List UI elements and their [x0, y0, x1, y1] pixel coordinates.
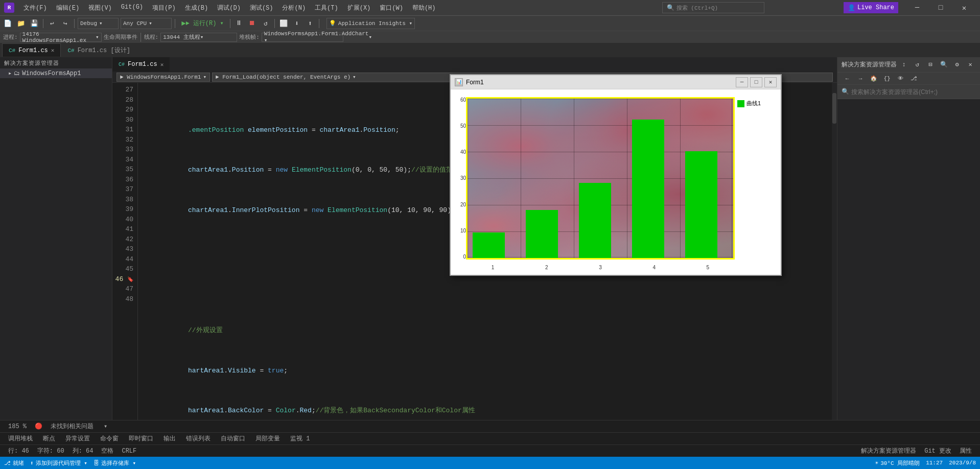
- error-list-tab[interactable]: 错误列表: [182, 433, 215, 444]
- git-icon: ⎇: [4, 460, 11, 466]
- immediate-tab[interactable]: 即时窗口: [125, 433, 157, 444]
- undo-btn[interactable]: ↩: [46, 18, 58, 29]
- restart-btn[interactable]: ↺: [260, 18, 271, 29]
- breakpoints-tab[interactable]: 断点: [39, 433, 59, 444]
- class-dropdown[interactable]: ► WindowsFormsApp1.Form1 ▾: [116, 73, 210, 82]
- explorer-project[interactable]: ▸ 🗂 WindowsFormsApp1: [0, 68, 112, 78]
- solution-search-icon: 🔍: [842, 88, 849, 96]
- legend-color: [737, 100, 744, 107]
- step-into-btn[interactable]: ⬇: [291, 18, 302, 29]
- inner-tab-filename: Form1.cs: [128, 61, 157, 68]
- save-btn[interactable]: 💾: [29, 18, 40, 29]
- live-share-button[interactable]: 👤 Live Share: [844, 2, 898, 13]
- se-forward-btn[interactable]: →: [855, 73, 866, 84]
- inner-tab-close[interactable]: ✕: [160, 61, 164, 68]
- new-file-btn[interactable]: 📄: [2, 18, 13, 29]
- menu-window[interactable]: 窗口(W): [376, 3, 407, 13]
- pause-btn[interactable]: ⏸: [234, 18, 245, 29]
- watch-tab[interactable]: 监视 1: [286, 433, 314, 444]
- code-text-1: =: [308, 126, 319, 134]
- locals-tab[interactable]: 局部变量: [251, 433, 284, 444]
- x-label-4: 4: [652, 265, 656, 270]
- step-out-btn[interactable]: ⬆: [305, 18, 316, 29]
- chart-maximize-btn[interactable]: □: [750, 77, 762, 87]
- tab-form1-close[interactable]: ✕: [51, 47, 55, 54]
- menu-analyze[interactable]: 分析(N): [278, 3, 310, 13]
- se-refresh-btn[interactable]: ↺: [912, 59, 923, 71]
- search-box[interactable]: 🔍 搜索 (Ctrl+Q): [662, 2, 764, 13]
- y-label-40: 40: [460, 149, 466, 155]
- step-over-btn[interactable]: ⬜: [278, 18, 289, 29]
- solution-search[interactable]: 🔍: [837, 85, 980, 99]
- cpu-config-dropdown[interactable]: Any CPU ▾: [121, 18, 172, 29]
- c29-var: chartArea1: [188, 206, 228, 214]
- redo-btn[interactable]: ↪: [60, 18, 71, 29]
- open-btn[interactable]: 📁: [15, 18, 27, 29]
- status-text: 就绪: [13, 459, 24, 467]
- se-close-btn[interactable]: ✕: [965, 59, 976, 71]
- chart-title-bar[interactable]: 📊 Form1 ─ □ ✕: [451, 75, 781, 89]
- status-add-code[interactable]: ⬆ 添加到源代码管理 ▾: [30, 459, 87, 467]
- space-info: 空格: [101, 447, 113, 455]
- app-insights-dropdown[interactable]: 💡 Application Insights ▾: [326, 18, 415, 29]
- run-btn[interactable]: ► ► 运行(R) ▾: [178, 18, 227, 29]
- chart-bar-4: [632, 120, 664, 258]
- grid-h-1: [468, 99, 733, 99]
- vertical-scrollbar[interactable]: [832, 83, 837, 420]
- se-filter-btn[interactable]: 🔍: [938, 59, 949, 71]
- thread-dropdown[interactable]: 13044 主线程 ▾: [160, 33, 237, 42]
- c33-eq: =: [256, 367, 268, 374]
- problems-text: 未找到相关问题: [51, 422, 94, 431]
- solution-explorer-label: 解决方案资源管理器: [861, 447, 916, 455]
- c32-comment: //外观设置: [188, 326, 223, 334]
- solution-search-input[interactable]: [851, 88, 976, 96]
- chart-window[interactable]: 📊 Form1 ─ □ ✕ 60 50 40 30 20 10 0: [450, 74, 782, 276]
- chart-minimize-btn[interactable]: ─: [736, 77, 748, 87]
- menu-view[interactable]: 视图(V): [84, 3, 116, 13]
- se-code-btn[interactable]: {}: [881, 73, 893, 84]
- chart-close-btn[interactable]: ✕: [764, 77, 777, 87]
- menu-debug[interactable]: 调试(D): [213, 3, 245, 13]
- tab-form1-designer[interactable]: C# Form1.cs [设计]: [61, 43, 136, 57]
- se-git-btn[interactable]: ⎇: [908, 73, 919, 84]
- stop-btn[interactable]: ⏹: [247, 18, 258, 29]
- menu-test[interactable]: 测试(S): [246, 3, 277, 13]
- line-num-33: 33: [114, 145, 133, 155]
- menu-tools[interactable]: 工具(T): [311, 3, 342, 13]
- se-view-btn[interactable]: 👁: [895, 73, 906, 84]
- tab-form1-cs[interactable]: C# Form1.cs ✕: [2, 43, 61, 57]
- inner-tab-active[interactable]: C# Form1.cs ✕: [112, 57, 170, 72]
- process-dropdown[interactable]: 14176 WindowsFormsApp1.ex ▾: [20, 33, 102, 42]
- menu-help[interactable]: 帮助(H): [408, 3, 440, 13]
- zoom-level: 185 %: [8, 423, 27, 430]
- se-settings-btn[interactable]: ⚙: [951, 59, 963, 71]
- se-sync-btn[interactable]: ↕: [898, 59, 909, 71]
- se-back-btn[interactable]: ←: [842, 73, 853, 84]
- maximize-button[interactable]: □: [929, 0, 952, 15]
- scrollbar-thumb[interactable]: [832, 93, 836, 124]
- command-tab[interactable]: 命令窗: [96, 433, 123, 444]
- main-status-bar: ⎇ 就绪 ⬆ 添加到源代码管理 ▾ 🗄 选择存储库 ▾ ☀ 30°C 局部晴朗 …: [0, 457, 980, 469]
- se-home-btn[interactable]: 🏠: [868, 73, 879, 84]
- stack-label: 堆栈帧:: [239, 33, 260, 41]
- debug-config-dropdown[interactable]: Debug ▾: [78, 18, 119, 29]
- output-tab[interactable]: 输出: [159, 433, 180, 444]
- menu-git[interactable]: Git(G): [117, 3, 147, 13]
- se-collapse-btn[interactable]: ⊟: [925, 59, 936, 71]
- close-button[interactable]: ✕: [952, 0, 976, 15]
- menu-build[interactable]: 生成(B): [181, 3, 213, 13]
- menu-project[interactable]: 项目(P): [148, 3, 180, 13]
- c28-dot: .: [228, 166, 232, 174]
- chart-bar-3: [579, 183, 611, 258]
- menu-edit[interactable]: 编辑(E): [52, 3, 84, 13]
- method-chevron: ▾: [353, 74, 356, 80]
- menu-extensions[interactable]: 扩展(X): [343, 3, 375, 13]
- add-code-label: 添加到源代码管理 ▾: [36, 459, 87, 467]
- callstack-tab[interactable]: 调用堆栈: [4, 433, 37, 444]
- minimize-button[interactable]: ─: [905, 0, 929, 15]
- auto-window-tab[interactable]: 自动窗口: [217, 433, 249, 444]
- status-store[interactable]: 🗄 选择存储库 ▾: [94, 459, 136, 467]
- exceptions-tab[interactable]: 异常设置: [61, 433, 94, 444]
- menu-file[interactable]: 文件(F): [19, 3, 51, 13]
- stack-dropdown[interactable]: WindowsFormsApp1.Form1.AddChart ▾ ▾: [262, 33, 343, 42]
